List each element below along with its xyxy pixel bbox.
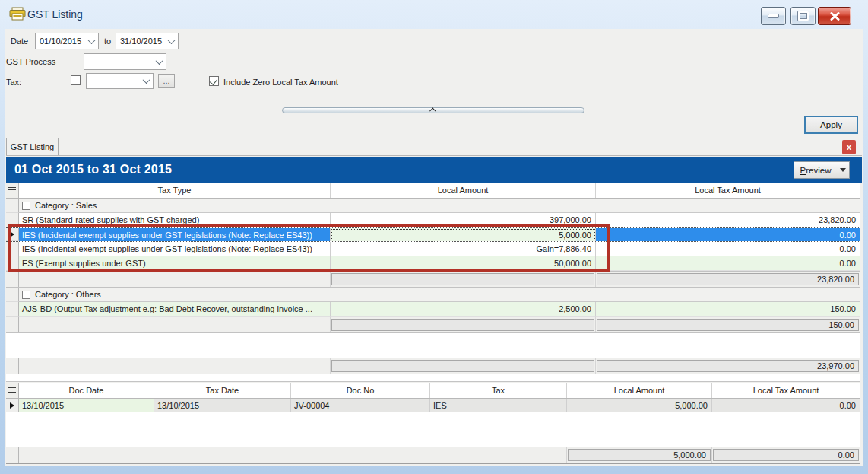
- tax-type-cell[interactable]: SR (Standard-rated supplies with GST cha…: [19, 213, 331, 227]
- tab-label: GST Listing: [11, 142, 54, 151]
- column-header-doc-no[interactable]: Doc No: [291, 383, 430, 398]
- footer-spacer: [19, 447, 567, 463]
- local-amount-cell[interactable]: 5,000.00: [331, 228, 596, 241]
- tax-cell[interactable]: IES: [430, 399, 567, 412]
- tab-gst-listing[interactable]: GST Listing: [6, 138, 59, 155]
- summary-box: 150.00: [597, 319, 859, 331]
- doc-date-cell[interactable]: 13/10/2015: [19, 399, 154, 412]
- minus-glyph: [24, 205, 29, 205]
- chevron-down-icon[interactable]: [165, 33, 178, 49]
- detail-footer-row: 5,000.00 0.00: [6, 447, 860, 463]
- row-indicator-cell: [6, 399, 19, 412]
- date-from-value: 01/10/2015: [36, 37, 85, 46]
- doc-no-cell[interactable]: JV-00004: [291, 399, 430, 412]
- row-indicator-cell: [6, 288, 19, 302]
- date-to-label: to: [104, 37, 111, 46]
- tax-type-cell[interactable]: IES (Incidental exempt supplies under GS…: [19, 242, 331, 256]
- tab-close-button[interactable]: x: [842, 140, 856, 154]
- summary-header-row: Tax Type Local Amount Local Tax Amount: [6, 183, 860, 199]
- column-header-local-tax-amount[interactable]: Local Tax Amount: [712, 383, 860, 398]
- date-to-input[interactable]: 31/10/2015: [116, 33, 179, 49]
- footer-local-amount: 5,000.00: [567, 447, 712, 463]
- collapse-splitter[interactable]: [282, 107, 584, 113]
- panel-top-border: [6, 155, 862, 156]
- apply-button[interactable]: Apply: [804, 116, 858, 134]
- row-menu-icon[interactable]: [6, 383, 19, 398]
- title-bar: GST Listing: [0, 0, 868, 29]
- summary-box: [331, 360, 594, 372]
- close-icon: [830, 12, 840, 21]
- gst-detail-grid: Doc Date Tax Date Doc No Tax Local Amoun…: [6, 383, 860, 464]
- tax-type-cell[interactable]: ES (Exempt supplies under GST): [19, 256, 331, 271]
- local-amount-cell[interactable]: 5,000.00: [567, 399, 712, 412]
- row-indicator-arrow-icon: [10, 402, 14, 409]
- printer-icon: [9, 7, 26, 22]
- tax-checkbox[interactable]: [71, 75, 81, 85]
- date-from-input[interactable]: 01/10/2015: [35, 33, 99, 49]
- chevron-down-icon[interactable]: [153, 54, 166, 69]
- chevron-down-icon[interactable]: [85, 33, 98, 49]
- column-header-tax-type[interactable]: Tax Type: [19, 183, 331, 198]
- footer-local-amount: [331, 272, 596, 287]
- local-tax-amount-cell[interactable]: 0.00: [712, 399, 860, 412]
- column-header-local-tax-amount[interactable]: Local Tax Amount: [596, 183, 860, 198]
- group-label: Category : Sales: [35, 201, 97, 210]
- include-zero-checkbox[interactable]: [209, 76, 219, 86]
- grid-empty-area: [6, 333, 860, 358]
- summary-box: 5,000.00: [568, 449, 711, 461]
- footer-spacer: [19, 272, 331, 287]
- column-header-doc-date[interactable]: Doc Date: [19, 383, 154, 398]
- table-row[interactable]: 13/10/201513/10/2015JV-00004IES5,000.000…: [6, 399, 860, 412]
- gst-process-select[interactable]: [84, 53, 166, 70]
- local-tax-amount-cell[interactable]: 150.00: [596, 302, 860, 317]
- tax-date-cell[interactable]: 13/10/2015: [154, 399, 291, 412]
- summary-box: [331, 273, 594, 285]
- tax-type-cell[interactable]: AJS-BD (Output Tax adjustment e.g: Bad D…: [19, 302, 331, 317]
- group-row[interactable]: Category : Sales: [6, 199, 860, 213]
- table-row[interactable]: IES (Incidental exempt supplies under GS…: [6, 227, 860, 242]
- tax-select[interactable]: [86, 73, 154, 89]
- maximize-button[interactable]: [790, 7, 816, 25]
- footer-local-tax-amount: 150.00: [596, 317, 860, 332]
- row-indicator-arrow-icon: [10, 231, 14, 237]
- table-row[interactable]: SR (Standard-rated supplies with GST cha…: [6, 213, 860, 227]
- local-amount-cell[interactable]: 2,500.00: [331, 302, 596, 317]
- tax-type-cell[interactable]: IES (Incidental exempt supplies under GS…: [19, 228, 331, 241]
- local-amount-cell[interactable]: 397,000.00: [331, 213, 596, 227]
- local-tax-amount-cell[interactable]: 0.00: [596, 228, 860, 241]
- column-header-tax-date[interactable]: Tax Date: [154, 383, 291, 398]
- collapse-icon[interactable]: [22, 202, 30, 210]
- row-indicator-cell: [6, 256, 19, 271]
- minimize-icon: [768, 14, 778, 17]
- group-row[interactable]: Category : Others: [6, 288, 860, 302]
- chevron-down-icon[interactable]: [140, 74, 153, 88]
- local-amount-cell[interactable]: 50,000.00: [331, 256, 596, 271]
- table-row[interactable]: IES (Incidental exempt supplies under GS…: [6, 242, 860, 256]
- footer-local-tax-amount: 23,970.00: [596, 358, 860, 374]
- close-button[interactable]: [818, 7, 851, 25]
- footer-spacer: [19, 317, 331, 332]
- local-tax-amount-cell[interactable]: 0.00: [596, 256, 860, 271]
- checkmark-icon: [210, 77, 217, 85]
- table-row[interactable]: ES (Exempt supplies under GST)50,000.000…: [6, 256, 860, 271]
- tax-browse-button[interactable]: ...: [158, 74, 175, 88]
- report-title: 01 Oct 2015 to 31 Oct 2015: [14, 163, 172, 177]
- preview-dropdown-button[interactable]: [837, 161, 850, 179]
- row-indicator-cell: [6, 317, 19, 332]
- preview-button[interactable]: Preview: [794, 161, 838, 179]
- column-header-local-amount[interactable]: Local Amount: [567, 383, 712, 398]
- table-row[interactable]: AJS-BD (Output Tax adjustment e.g: Bad D…: [6, 302, 860, 317]
- triangle-down-icon: [840, 168, 846, 172]
- column-header-local-amount[interactable]: Local Amount: [331, 183, 596, 198]
- local-tax-amount-cell[interactable]: 0.00: [596, 242, 860, 256]
- collapse-icon[interactable]: [22, 291, 30, 299]
- summary-box: 23,970.00: [597, 360, 859, 372]
- minus-glyph: [24, 294, 29, 294]
- local-tax-amount-cell[interactable]: 23,820.00: [596, 213, 860, 227]
- grid-empty-area: [6, 412, 860, 447]
- group-label-cell: Category : Others: [19, 288, 860, 302]
- row-menu-icon[interactable]: [6, 183, 19, 198]
- local-amount-cell[interactable]: Gain=7,886.40: [331, 242, 596, 256]
- minimize-button[interactable]: [761, 7, 786, 25]
- column-header-tax[interactable]: Tax: [430, 383, 567, 398]
